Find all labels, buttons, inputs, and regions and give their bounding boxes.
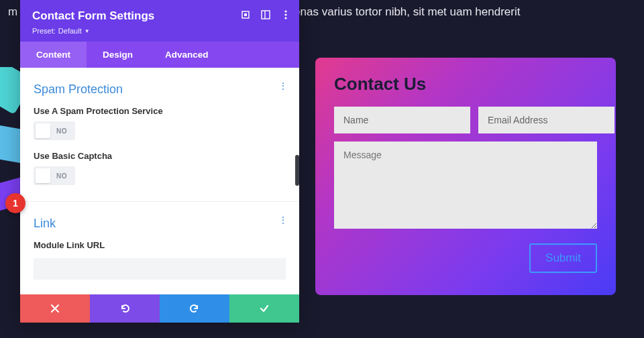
message-field[interactable]: [334, 142, 597, 229]
panel-header[interactable]: Contact Form Settings Preset: Default ▼: [20, 0, 299, 42]
more-options-icon[interactable]: [280, 9, 291, 20]
module-link-url-input[interactable]: [34, 258, 286, 280]
svg-rect-1: [244, 13, 247, 16]
step-badge: 1: [5, 193, 25, 213]
chevron-down-icon: ▼: [85, 28, 90, 34]
svg-rect-2: [262, 11, 270, 19]
submit-button[interactable]: Submit: [529, 243, 597, 273]
contact-title: Contact Us: [334, 74, 597, 95]
section-title[interactable]: Spam Protection: [34, 82, 286, 97]
section-menu-icon[interactable]: ⋮: [278, 218, 288, 222]
contact-form-module[interactable]: Contact Us Submit: [315, 58, 616, 295]
preset-selector[interactable]: Preset: Default ▼: [32, 27, 287, 35]
section-spam-protection: Spam Protection ⋮ Use A Spam Protection …: [20, 68, 299, 202]
email-field[interactable]: [478, 107, 614, 133]
tab-design[interactable]: Design: [87, 42, 149, 68]
tab-advanced[interactable]: Advanced: [149, 42, 225, 68]
panel-tabs: Content Design Advanced: [20, 42, 299, 68]
section-link: Link ⋮ Module Link URL: [20, 202, 299, 289]
name-field[interactable]: [334, 107, 470, 133]
section-menu-icon[interactable]: ⋮: [278, 84, 288, 88]
toggle-knob: [36, 168, 50, 183]
expand-icon[interactable]: [240, 9, 251, 20]
redo-button[interactable]: [160, 294, 229, 323]
cancel-button[interactable]: [20, 294, 90, 323]
toggle-basic-captcha[interactable]: NO: [34, 166, 75, 185]
panel-body[interactable]: Spam Protection ⋮ Use A Spam Protection …: [20, 68, 299, 294]
settings-panel: Contact Form Settings Preset: Default ▼ …: [20, 0, 299, 323]
option-label-module-link-url: Module Link URL: [34, 240, 286, 250]
save-button[interactable]: [229, 294, 299, 323]
svg-point-6: [284, 17, 286, 19]
preset-label: Preset:: [32, 27, 56, 35]
toggle-text: NO: [50, 127, 73, 135]
option-label-spam-service: Use A Spam Protection Service: [34, 106, 286, 116]
panel-footer: [20, 294, 299, 323]
undo-button[interactable]: [90, 294, 160, 323]
svg-point-4: [284, 10, 286, 12]
toggle-spam-service[interactable]: NO: [34, 121, 75, 140]
scrollbar-thumb[interactable]: [295, 155, 299, 186]
section-title[interactable]: Link: [34, 217, 286, 231]
preset-value: Default: [58, 27, 82, 35]
panel-layout-icon[interactable]: [260, 9, 271, 20]
toggle-knob: [36, 123, 50, 138]
tab-content[interactable]: Content: [20, 42, 87, 68]
toggle-text: NO: [50, 172, 73, 180]
option-label-basic-captcha: Use Basic Captcha: [34, 151, 286, 161]
svg-point-5: [284, 13, 286, 15]
